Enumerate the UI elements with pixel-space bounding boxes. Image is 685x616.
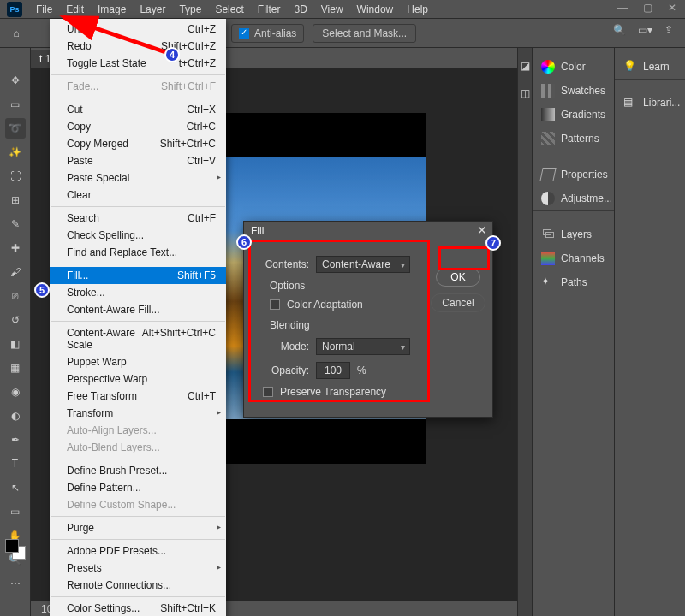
edit-menu-item[interactable]: UndoCtrl+Z — [50, 21, 226, 38]
edit-menu-item[interactable]: Clear — [50, 187, 226, 204]
menu-select[interactable]: Select — [208, 3, 250, 15]
menu-filter[interactable]: Filter — [251, 3, 288, 15]
color-adaptation-checkbox[interactable] — [270, 299, 280, 310]
type-tool-icon[interactable]: T — [5, 453, 26, 474]
ok-button[interactable]: OK — [436, 268, 480, 287]
share-icon[interactable]: ⇪ — [664, 24, 673, 36]
frame-tool-icon[interactable]: ⊞ — [5, 190, 26, 210]
edit-menu-item[interactable]: Copy MergedShift+Ctrl+C — [50, 135, 226, 152]
workspace-icon[interactable]: ▭▾ — [638, 24, 652, 36]
menu-image[interactable]: Image — [91, 3, 133, 15]
edit-menu-item[interactable]: Transform — [50, 405, 226, 422]
panel-color[interactable]: Color — [538, 55, 609, 79]
window-controls: — ▢ ✕ — [617, 2, 676, 14]
edit-menu-item[interactable]: Presets — [50, 560, 226, 577]
edit-menu-item[interactable]: Stroke... — [50, 284, 226, 301]
edit-menu-item[interactable]: Free TransformCtrl+T — [50, 388, 226, 405]
pen-tool-icon[interactable]: ✒ — [5, 429, 26, 450]
edit-menu-item[interactable]: CutCtrl+X — [50, 101, 226, 118]
gradient-tool-icon[interactable]: ▦ — [5, 358, 26, 378]
panel-swatches[interactable]: Swatches — [538, 79, 609, 103]
fill-dialog-titlebar[interactable]: Fill ✕ — [244, 222, 492, 240]
edit-menu-item[interactable]: Adobe PDF Presets... — [50, 542, 226, 560]
panel-properties[interactable]: Properties — [538, 163, 609, 187]
panel-adjustments[interactable]: Adjustme... — [538, 187, 609, 210]
preserve-transparency-label: Preserve Transparency — [280, 386, 386, 398]
panel-paths[interactable]: ✦Paths — [538, 270, 609, 294]
crop-tool-icon[interactable]: ⛶ — [5, 166, 26, 187]
edit-menu-item[interactable]: Content-Aware Fill... — [50, 301, 226, 318]
edit-menu-item[interactable]: Purge — [50, 519, 226, 536]
edit-menu-item[interactable]: SearchCtrl+F — [50, 210, 226, 227]
marquee-tool-icon[interactable]: ▭ — [5, 94, 26, 115]
edit-menu-item[interactable]: Perspective Warp — [50, 370, 226, 388]
edit-menu-item[interactable]: Remote Connections... — [50, 577, 226, 594]
panel-channels[interactable]: Channels — [538, 246, 609, 270]
fg-color-swatch[interactable] — [5, 539, 19, 553]
edit-menu-item[interactable]: RedoShift+Ctrl+Z — [50, 38, 226, 55]
select-and-mask-button[interactable]: Select and Mask... — [313, 24, 416, 43]
lightbulb-icon: 💡 — [623, 60, 637, 74]
panel-learn[interactable]: 💡Learn — [620, 55, 680, 79]
menu-file[interactable]: File — [29, 3, 59, 15]
annotation-badge-4: 4 — [164, 47, 180, 62]
fill-dialog-close-icon[interactable]: ✕ — [477, 223, 487, 237]
preserve-transparency-checkbox[interactable] — [263, 387, 273, 397]
blur-tool-icon[interactable]: ◉ — [5, 382, 26, 402]
path-select-icon[interactable]: ↖ — [5, 477, 26, 498]
contents-dropdown[interactable]: Content-Aware — [316, 256, 410, 273]
antialias-toggle[interactable]: ✓ Anti-alias — [231, 24, 304, 43]
menu-layer[interactable]: Layer — [133, 3, 172, 15]
panel-icon-2[interactable]: ◫ — [521, 87, 530, 99]
panel-libraries[interactable]: ▤Librari... — [620, 91, 680, 115]
edit-menu-item[interactable]: Find and Replace Text... — [50, 244, 226, 261]
panel-patterns[interactable]: Patterns — [538, 127, 609, 151]
maximize-icon[interactable]: ▢ — [643, 2, 652, 14]
opacity-label: Opacity: — [254, 364, 309, 376]
edit-menu-item[interactable]: Puppet Warp — [50, 353, 226, 370]
wand-tool-icon[interactable]: ✨ — [5, 142, 26, 163]
fill-dialog-title: Fill — [251, 225, 264, 237]
mode-dropdown[interactable]: Normal — [316, 338, 410, 355]
eraser-tool-icon[interactable]: ◧ — [5, 334, 26, 354]
lasso-tool-icon[interactable]: ➰ — [5, 118, 26, 139]
opacity-input[interactable]: 100 — [316, 362, 350, 379]
edit-menu-item[interactable]: Content-Aware ScaleAlt+Shift+Ctrl+C — [50, 324, 226, 353]
close-icon[interactable]: ✕ — [668, 2, 676, 14]
panel-icon-1[interactable]: ◪ — [521, 60, 530, 72]
history-brush-icon[interactable]: ↺ — [5, 310, 26, 330]
edit-menu-item[interactable]: Paste Special — [50, 169, 226, 187]
fill-dialog: Fill ✕ Contents: Content-Aware Options C… — [243, 221, 493, 418]
cancel-button[interactable]: Cancel — [431, 293, 485, 312]
menu-type[interactable]: Type — [172, 3, 208, 15]
minimize-icon[interactable]: — — [617, 2, 628, 14]
annotation-badge-6: 6 — [236, 234, 252, 250]
menu-edit[interactable]: Edit — [59, 3, 91, 15]
edit-menu-item[interactable]: Color Settings...Shift+Ctrl+K — [50, 600, 226, 616]
menu-help[interactable]: Help — [400, 3, 435, 15]
menu-view[interactable]: View — [314, 3, 350, 15]
menu-window[interactable]: Window — [350, 3, 401, 15]
brush-tool-icon[interactable]: 🖌 — [5, 262, 26, 282]
dodge-tool-icon[interactable]: ◐ — [5, 406, 26, 426]
search-icon[interactable]: 🔍 — [613, 24, 626, 36]
edit-menu-item[interactable]: CopyCtrl+C — [50, 118, 226, 135]
move-tool-icon[interactable]: ✥ — [5, 70, 26, 91]
menu-3d[interactable]: 3D — [287, 3, 313, 15]
toolbar-edit-icon[interactable]: ⋯ — [5, 573, 26, 594]
heal-tool-icon[interactable]: ✚ — [5, 238, 26, 258]
edit-menu-item[interactable]: PasteCtrl+V — [50, 152, 226, 169]
home-icon[interactable]: ⌂ — [7, 24, 26, 43]
edit-menu-item[interactable]: Toggle Last Statet+Ctrl+Z — [50, 55, 226, 72]
edit-menu-item[interactable]: Check Spelling... — [50, 227, 226, 244]
contents-label: Contents: — [254, 258, 309, 270]
panel-gradients[interactable]: Gradients — [538, 103, 609, 127]
panel-layers[interactable]: Layers — [538, 222, 609, 246]
eyedropper-tool-icon[interactable]: ✎ — [5, 214, 26, 234]
edit-menu-item[interactable]: Fill...Shift+F5 — [50, 267, 226, 284]
edit-menu-item[interactable]: Define Pattern... — [50, 479, 226, 496]
stamp-tool-icon[interactable]: ⎚ — [5, 286, 26, 306]
shape-tool-icon[interactable]: ▭ — [5, 501, 26, 522]
edit-menu-item[interactable]: Define Brush Preset... — [50, 462, 226, 479]
edit-menu-dropdown: UndoCtrl+ZRedoShift+Ctrl+ZToggle Last St… — [50, 19, 226, 616]
